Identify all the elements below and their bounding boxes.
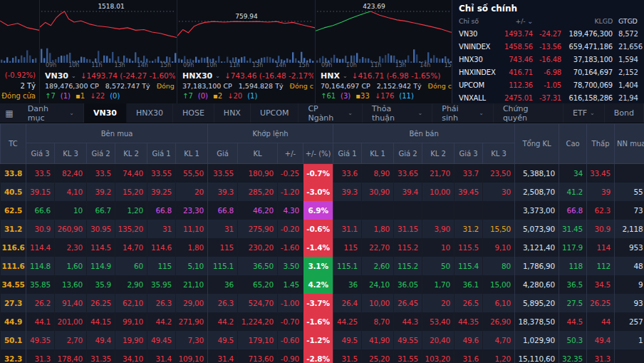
tab-upcom[interactable]: UPCOM	[251, 103, 299, 123]
breadth-ceiling: (0)	[198, 91, 208, 101]
stock-row[interactable]: 116.6114.42,30114.514,70114.61,80115230,…	[1, 238, 644, 257]
breadth-unchanged: ▪1	[76, 91, 85, 101]
index-mini-chart	[0, 0, 39, 63]
breadth-down: ↓176	[375, 91, 394, 101]
index-value: 8,572.747 Tỷ	[105, 81, 150, 91]
index-row-upcom[interactable]: UPCOM112.36-1.0578,700,0691,404	[459, 78, 644, 91]
stock-row[interactable]: 111.6114.81,60114.9601155,10115.136,503.…	[1, 257, 644, 275]
market-breadth: ↑7(0)▪2↓20(1)	[182, 91, 313, 101]
tabbar-items: Danh mục⌄VN30HNX30HOSEHNXUPCOMCP Ngành⌄T…	[19, 103, 644, 123]
col-gtgd: GTGD	[613, 17, 644, 25]
column-header: KL 1	[362, 143, 394, 164]
index-chart-card-hnx30: 759.9409h10h11h13h14h15hHNX30⌄↓743.46 (-…	[177, 0, 316, 103]
stock-row[interactable]: 50.149.352,7049.419,9049.457,3049.5179,1…	[1, 331, 644, 349]
chevron-down-icon: ⌄	[69, 110, 74, 116]
index-chart-card-hnx: 423.6909h10h11h13h14h15hHNX⌄↓416.71 (-6.…	[316, 0, 452, 103]
column-header: Giá 2	[394, 143, 422, 164]
column-header: Giá 1	[333, 143, 362, 164]
stock-row[interactable]: 27.326.291,4026.2562,1026.329,0026.3524,…	[1, 294, 644, 312]
indices-header: Chỉ số+/- ⌄KLGDGTGD	[459, 15, 644, 27]
tab-etf[interactable]: ETF⌄	[564, 103, 605, 123]
breadth-floor: (11)	[399, 91, 414, 101]
time-label: 14h	[420, 62, 430, 68]
tab-hnx30[interactable]: HNX30	[127, 103, 173, 123]
market-status: Đóng cửa	[157, 81, 175, 91]
col-change-sort[interactable]: +/- ⌄	[497, 17, 533, 25]
column-header-foreign-buy: NN mua	[615, 124, 644, 164]
top-section: (-0.92%)2 TỷĐóng cửa1518.0109h10h11h13h1…	[0, 0, 644, 103]
index-row-vnxall[interactable]: VNXALL2475.01-37.31616,158,28621,94	[459, 91, 644, 103]
stock-row[interactable]: 32.331.3178,4031.3534,1031.4109,1031.471…	[1, 349, 644, 363]
time-label: 09h	[46, 62, 56, 68]
index-row-hnx30[interactable]: HNX30743.46-16.4837,183,1001,594	[459, 53, 644, 66]
stock-row[interactable]: 34.5535.8513,6035.92,9035.9521,103665,20…	[1, 275, 644, 294]
index-volume: 70,164,697 CP	[321, 81, 370, 91]
time-label: 11h	[370, 62, 381, 68]
index-row-vn30[interactable]: VN301493.74-24.27189,476,3008,572	[459, 27, 644, 40]
tab-hose[interactable]: HOSE	[173, 103, 214, 123]
indices-panel-title: Chỉ số chính	[459, 2, 644, 15]
breadth-up: ↑61	[321, 91, 336, 101]
index-name: VN30	[45, 71, 68, 81]
index-selector[interactable]: HNX⌄	[321, 71, 352, 81]
group-header-buy: Bên mua	[26, 124, 208, 143]
time-label: 13h	[395, 62, 406, 68]
column-header: KL 3	[55, 143, 87, 164]
chart-peak-label: 759.94	[235, 13, 258, 20]
column-header: KL 1	[176, 143, 208, 164]
breadth-unchanged: ▪2	[213, 91, 222, 101]
time-label: 10h	[68, 62, 79, 68]
time-axis: 09h10h11h13h14h15h	[316, 62, 452, 68]
index-volume: 189,476,300 CP	[45, 81, 99, 91]
tab-chứng-quyền[interactable]: Chứng quyền	[494, 103, 564, 123]
tab-bond[interactable]: Bond	[605, 103, 644, 123]
market-status-partial: Đóng cửa	[0, 91, 36, 102]
tab-phái-sinh[interactable]: Phái sinh⌄	[432, 103, 494, 123]
tab-danh-mục[interactable]: Danh mục⌄	[19, 103, 84, 123]
tab-cp-ngành[interactable]: CP Ngành⌄	[298, 103, 363, 123]
column-header: KL 2	[422, 143, 455, 164]
index-volume: 37,183,100 CP	[182, 81, 232, 91]
tab-vn30[interactable]: VN30	[84, 103, 127, 123]
col-index: Chỉ số	[459, 17, 497, 25]
time-label: 09h	[183, 62, 194, 68]
column-header: Giá 1	[147, 143, 176, 164]
charts-strip: (-0.92%)2 TỷĐóng cửa1518.0109h10h11h13h1…	[0, 0, 452, 103]
breadth-up: ↑7	[45, 91, 56, 101]
column-header: KL 3	[483, 143, 515, 164]
stock-row[interactable]: 31.230.9260,9030.95135,203111,1031275,90…	[1, 220, 644, 238]
index-row-hnxindex[interactable]: HNXINDEX416.71-6.9870,164,6972,152	[459, 66, 644, 78]
tab-thỏa-thuận[interactable]: Thỏa thuận⌄	[363, 103, 432, 123]
stock-row[interactable]: 44.944.1201,0044.1599,1044.2271,9044.21,…	[1, 312, 644, 331]
breadth-ceiling: (1)	[61, 91, 71, 101]
column-header: Giá 3	[455, 143, 483, 164]
index-selector[interactable]: VN30⌄	[45, 71, 80, 81]
stock-row[interactable]: 62.566.61066.71,2066.823,3066.846,204.30…	[1, 201, 644, 220]
chevron-down-icon: ⌄	[348, 110, 353, 116]
stock-row[interactable]: 40.539.154,1039.215,2039.252039.3285,20-…	[1, 183, 644, 201]
tab-hnx[interactable]: HNX	[214, 103, 251, 123]
index-row-vnindex[interactable]: VNINDEX1458.56-13.56659,471,18621,656	[459, 40, 644, 53]
time-label: 09h	[321, 62, 332, 68]
market-breadth: ↑61(3)▪33↓176(11)	[321, 91, 452, 101]
chevron-down-icon: ⌄	[215, 71, 220, 81]
index-value: 2,152.942 Tỷ	[377, 81, 422, 91]
chart-peak-label: 423.69	[363, 3, 385, 10]
time-label: 14h	[137, 62, 148, 68]
breadth-floor: (0)	[110, 91, 120, 101]
time-axis: 09h10h11h13h14h15h	[40, 62, 177, 68]
column-header: Giá 3	[26, 143, 55, 164]
indices-body: VN301493.74-24.27189,476,3008,572VNINDEX…	[459, 27, 644, 103]
stock-row[interactable]: 33.833.582,4033.574,4033.5555,5033.55180…	[1, 164, 644, 183]
breadth-down: ↓20	[227, 91, 242, 101]
index-mini-chart: 423.69	[316, 0, 452, 63]
grid-menu-icon[interactable]: ▦	[0, 103, 19, 123]
time-axis: 09h10h11h13h14h15h	[177, 62, 315, 68]
price-board: TC Bên mua Khớp lệnh Bên bán Tổng KL Cao…	[0, 123, 644, 363]
index-chart-card-partial: (-0.92%)2 TỷĐóng cửa	[0, 0, 40, 103]
breadth-up: ↑7	[182, 91, 193, 101]
time-label: 15h	[298, 62, 309, 68]
index-selector[interactable]: HNX30⌄	[182, 71, 224, 81]
index-change: ↓743.46 (-16.48 -2.17%)	[224, 71, 313, 81]
index-change: ↓416.71 (-6.98 -1.65%)	[352, 71, 441, 81]
